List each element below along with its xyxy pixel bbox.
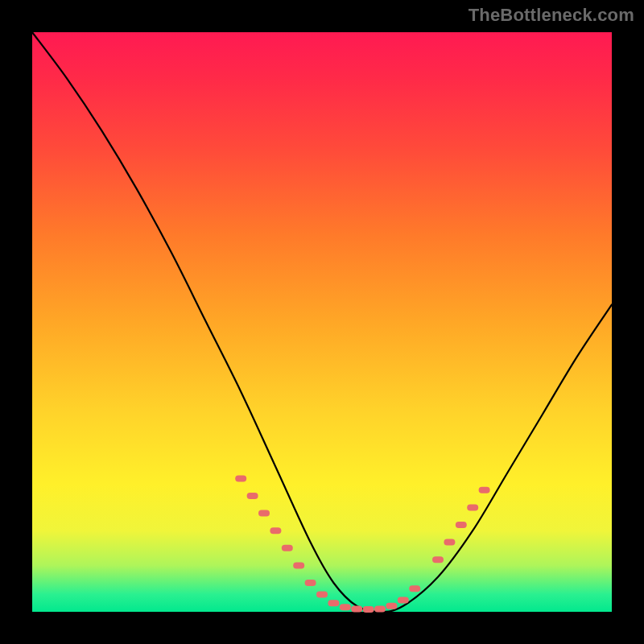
curve-marker: [351, 605, 362, 612]
curve-marker: [456, 522, 467, 528]
curve-marker: [270, 527, 281, 534]
curve-marker: [374, 605, 386, 612]
curve-marker: [305, 580, 316, 586]
curve-marker: [340, 604, 351, 610]
chart-frame: TheBottleneck.com: [0, 0, 644, 644]
curve-marker: [258, 510, 270, 517]
plot-area: [32, 32, 612, 612]
curve-marker: [467, 504, 478, 510]
curve-marker: [235, 475, 246, 481]
bottleneck-curve: [32, 32, 612, 612]
curve-marker: [432, 556, 444, 563]
curve-marker: [398, 597, 409, 604]
marker-group: [235, 475, 489, 613]
curve-marker: [444, 539, 455, 546]
chart-svg: [32, 32, 612, 612]
curve-marker: [409, 585, 420, 592]
watermark-text: TheBottleneck.com: [469, 5, 634, 26]
curve-marker: [316, 591, 328, 597]
curve-marker: [363, 606, 374, 613]
curve-marker: [282, 545, 293, 551]
curve-marker: [479, 487, 490, 493]
curve-marker: [328, 600, 339, 606]
curve-marker: [247, 493, 258, 499]
curve-marker: [386, 603, 397, 609]
curve-marker: [293, 562, 304, 568]
